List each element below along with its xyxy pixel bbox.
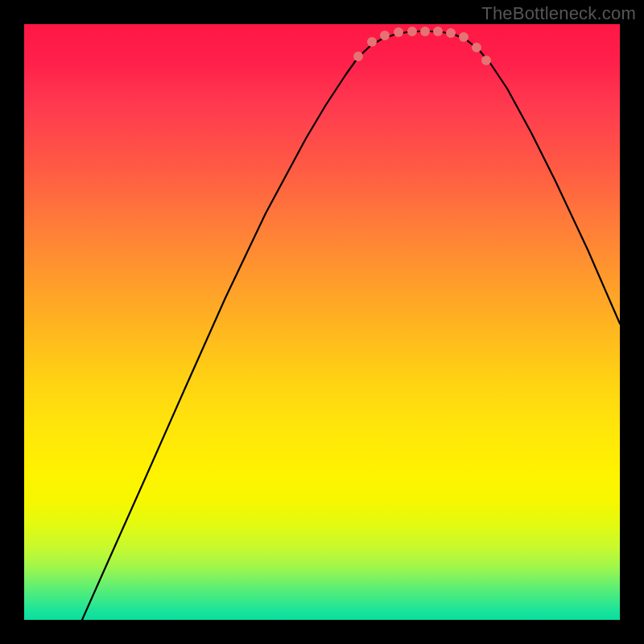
optimal-dot: [353, 52, 363, 61]
optimal-dot: [420, 27, 430, 36]
optimal-dot: [394, 27, 403, 37]
chart-frame: TheBottleneck.com: [0, 0, 644, 644]
watermark-text: TheBottleneck.com: [481, 3, 636, 24]
bottleneck-curve-path: [82, 31, 620, 620]
optimal-dot: [433, 27, 443, 36]
optimal-dot: [481, 56, 491, 65]
optimal-dot: [472, 43, 481, 52]
optimal-dot: [367, 37, 377, 47]
optimal-dot: [407, 27, 417, 36]
plot-area: [24, 24, 620, 620]
optimal-dot: [446, 28, 456, 38]
chart-svg: [24, 24, 620, 620]
optimal-dot: [459, 32, 469, 42]
optimal-dot: [380, 31, 390, 40]
optimal-zone-dots-group: [353, 27, 491, 65]
